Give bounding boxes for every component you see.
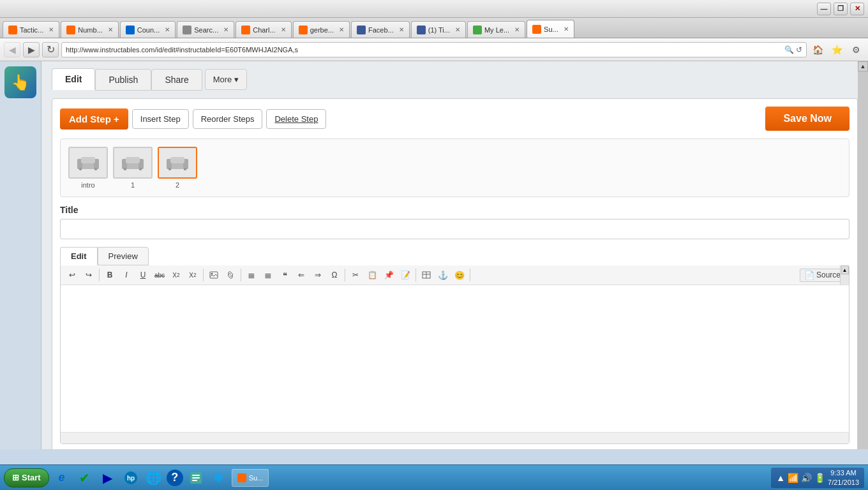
scroll-up-arrow[interactable]: ▲ xyxy=(841,265,849,274)
rte-indent-button[interactable]: ⇒ xyxy=(310,268,326,282)
start-button[interactable]: ⊞ Start xyxy=(4,468,49,487)
rte-bold-button[interactable]: B xyxy=(102,268,117,282)
active-window-button[interactable]: Su... xyxy=(232,469,269,487)
tray-network-icon[interactable]: 📶 xyxy=(788,473,798,483)
tab-close-numb[interactable]: ✕ xyxy=(108,26,113,33)
tab-close-charl[interactable]: ✕ xyxy=(281,26,286,33)
rte-ordered-list-button[interactable]: ≣ xyxy=(244,268,259,282)
rte-body[interactable] xyxy=(61,285,849,432)
scroll-up-button[interactable]: ▲ xyxy=(858,61,868,71)
insert-step-button[interactable]: Insert Step xyxy=(132,109,189,129)
refresh-button[interactable]: ↻ xyxy=(42,42,59,57)
browser-tab-myle[interactable]: My Le... ✕ xyxy=(467,21,525,38)
favorites-button[interactable]: ⭐ xyxy=(828,42,845,57)
thumb-2-img[interactable] xyxy=(158,147,197,179)
rte-strikethrough-button[interactable]: abc xyxy=(152,268,167,282)
thumb-1-img[interactable] xyxy=(113,147,153,179)
forward-button[interactable]: ▶ xyxy=(23,42,40,57)
rte-paste-text-button[interactable]: 📝 xyxy=(398,268,413,282)
tab-close-gerbe[interactable]: ✕ xyxy=(339,26,344,33)
rte-unordered-list-button[interactable]: ≣ xyxy=(260,268,276,282)
refresh-address-icon[interactable]: ↺ xyxy=(796,45,802,54)
browser-tab-numb[interactable]: Numb... ✕ xyxy=(61,21,119,38)
tab-share[interactable]: Share xyxy=(151,69,202,91)
rte-copy-button[interactable]: 📋 xyxy=(364,268,380,282)
reorder-steps-button[interactable]: Reorder Steps xyxy=(193,109,263,129)
browser-tab-ti[interactable]: (1) Ti... ✕ xyxy=(411,21,466,38)
rte-separator-5 xyxy=(415,269,416,281)
rte-table-button[interactable] xyxy=(419,268,434,282)
thumb-intro-img[interactable] xyxy=(68,147,108,179)
save-now-button[interactable]: Save Now xyxy=(765,107,849,131)
rte-italic-button[interactable]: I xyxy=(119,268,134,282)
browser-tab-coun[interactable]: Coun... ✕ xyxy=(120,21,176,38)
more-dropdown-button[interactable]: More ▾ xyxy=(205,69,248,90)
title-input[interactable] xyxy=(60,219,849,239)
taskbar-icon-help[interactable]: ? xyxy=(167,470,183,486)
back-button[interactable]: ◀ xyxy=(4,42,20,57)
tray-time-text: 9:33 AM xyxy=(828,468,859,477)
browser-tab-su[interactable]: Su... ✕ xyxy=(527,20,574,38)
rte-superscript-button[interactable]: X2 xyxy=(185,268,200,282)
browser-tab-charl[interactable]: Charl... ✕ xyxy=(236,21,291,38)
rte-underline-button[interactable]: U xyxy=(135,268,151,282)
taskbar-icon-sticky[interactable] xyxy=(186,468,206,488)
delete-step-button[interactable]: Delete Step xyxy=(266,109,326,129)
browser-tab-faceb[interactable]: Faceb... ✕ xyxy=(351,21,410,38)
tab-close-myle[interactable]: ✕ xyxy=(514,26,520,33)
step-thumb-2[interactable]: 2 xyxy=(158,147,197,189)
rte-source-button[interactable]: 📄 Source xyxy=(800,269,845,282)
rte-image-button[interactable] xyxy=(206,268,221,282)
search-address-icon[interactable]: 🔍 xyxy=(784,45,794,54)
tab-close-faceb[interactable]: ✕ xyxy=(399,26,404,33)
tray-battery-icon[interactable]: 🔋 xyxy=(814,473,825,483)
tab-publish[interactable]: Publish xyxy=(95,69,151,91)
tab-close-su[interactable]: ✕ xyxy=(564,26,569,33)
rte-special-button[interactable]: Ω xyxy=(327,268,342,282)
home-button[interactable]: 🏠 xyxy=(809,42,826,57)
taskbar-icon-media[interactable]: ▶ xyxy=(98,468,118,488)
minimize-button[interactable]: — xyxy=(817,3,831,15)
rte-undo-button[interactable]: ↩ xyxy=(64,268,80,282)
taskbar-icon-globe[interactable]: 🌐 xyxy=(144,468,164,488)
taskbar-icon-check[interactable]: ✔ xyxy=(75,468,95,488)
tab-close-ti[interactable]: ✕ xyxy=(455,26,460,33)
browser-tab-tactic[interactable]: Tactic... ✕ xyxy=(3,21,59,38)
tab-content-preview[interactable]: Preview xyxy=(98,247,149,265)
rte-anchor-button[interactable]: ⚓ xyxy=(435,268,451,282)
add-step-button[interactable]: Add Step + xyxy=(60,108,128,130)
rte-toolbar-scrollbar[interactable]: ▲ xyxy=(840,265,849,285)
browser-tab-searc[interactable]: Searc... ✕ xyxy=(177,21,234,38)
rte-outdent-button[interactable]: ⇐ xyxy=(294,268,309,282)
taskbar-icon-snowflake[interactable]: ❄ xyxy=(209,468,229,488)
rte-link-button[interactable] xyxy=(223,268,238,282)
rte-paste-button[interactable]: 📌 xyxy=(381,268,396,282)
address-bar[interactable]: http://www.instructables.com/id/edit#ins… xyxy=(61,42,807,57)
tray-arrow-icon[interactable]: ▲ xyxy=(776,473,785,483)
rte-subscript-button[interactable]: X2 xyxy=(168,268,184,282)
restore-button[interactable]: ❐ xyxy=(834,3,848,15)
close-button[interactable]: ✕ xyxy=(850,3,864,15)
tab-content-edit[interactable]: Edit xyxy=(60,247,98,265)
tray-volume-icon[interactable]: 🔊 xyxy=(801,473,812,483)
step-thumb-1[interactable]: 1 xyxy=(113,147,153,189)
rte-redo-button[interactable]: ↪ xyxy=(81,268,96,282)
rte-cut-button[interactable]: ✂ xyxy=(348,268,363,282)
taskbar-icon-hp[interactable]: hp xyxy=(121,468,141,488)
tab-close-searc[interactable]: ✕ xyxy=(223,26,228,33)
tab-edit[interactable]: Edit xyxy=(52,68,95,90)
left-sidebar: 👆 xyxy=(0,61,41,449)
title-section: Title xyxy=(60,205,849,239)
title-bar-controls[interactable]: — ❐ ✕ xyxy=(817,3,864,15)
tab-close-tactic[interactable]: ✕ xyxy=(49,26,54,33)
step-thumb-intro[interactable]: intro xyxy=(68,147,108,189)
rte-blockquote-button[interactable]: ❝ xyxy=(277,268,292,282)
tab-close-coun[interactable]: ✕ xyxy=(165,26,170,33)
rte-separator-1 xyxy=(99,269,100,281)
tools-button[interactable]: ⚙ xyxy=(848,42,864,57)
page-scrollbar[interactable]: ▲ xyxy=(858,61,868,449)
rte-smileys-button[interactable]: 😊 xyxy=(452,268,467,282)
taskbar-icon-ie[interactable]: e xyxy=(52,468,72,488)
browser-tab-gerbe[interactable]: gerbe... ✕ xyxy=(293,21,350,38)
editor-area: Edit Publish Share More ▾ Add Step + Ins… xyxy=(41,61,868,449)
